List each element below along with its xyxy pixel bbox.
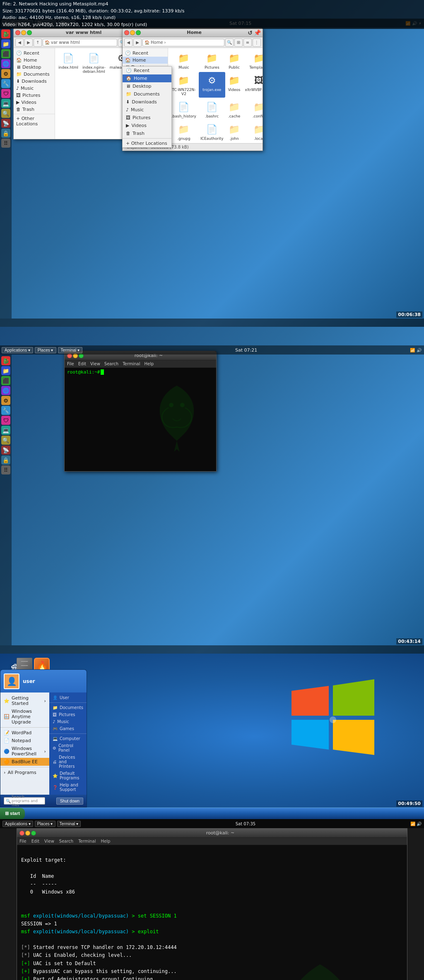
dock-icon-extra6[interactable]: 🔒	[1, 129, 10, 138]
dock-icon-browser[interactable]: 🌐	[1, 59, 10, 68]
sidebar-recent[interactable]: 🕐 Recent	[14, 50, 55, 57]
sm-right-devices[interactable]: 🖨 Devices and Printers	[49, 754, 87, 770]
file-item-index-html[interactable]: 📄 index.html	[57, 50, 80, 137]
back-btn2[interactable]: ◀	[124, 38, 132, 47]
sm-item-badblue[interactable]: 🟠 BadBlue EE	[0, 758, 49, 766]
terminal-menu-terminal[interactable]: Terminal	[123, 362, 140, 366]
file-bashrc[interactable]: 📄 .bashrc	[199, 98, 225, 120]
terminal-menu-help[interactable]: Help	[144, 362, 154, 366]
dock-icon-extra2[interactable]: 🛡	[1, 89, 10, 98]
options-btn[interactable]: ⋮	[253, 38, 261, 47]
msf-max-btn[interactable]	[31, 831, 36, 836]
sidebar-videos[interactable]: ▶ Videos	[14, 99, 55, 106]
sidebar-other-locations[interactable]: + Other Locations	[14, 115, 55, 127]
terminal-body[interactable]: root@kali:~#	[65, 368, 216, 471]
sm-right-control-panel[interactable]: ⚙️ Control Panel	[49, 742, 87, 754]
msf-menu-help[interactable]: Help	[101, 839, 110, 843]
sm-item-powershell[interactable]: 🔵 Windows PowerShell ›	[0, 745, 49, 758]
sidebar-music[interactable]: ♪ Music	[14, 85, 55, 92]
shutdown-button[interactable]: Shut down	[56, 798, 83, 805]
sidebar-trash[interactable]: 🗑 Trash	[14, 106, 55, 113]
file-templates[interactable]: 📁 Templates	[243, 50, 263, 71]
msf-terminal-body[interactable]: Exploit target: Id Name -- ----- 0 Windo…	[17, 845, 407, 980]
dock2-icon-kali[interactable]: 🐉	[1, 356, 10, 365]
file-music[interactable]: 📁 Music	[170, 50, 198, 71]
file-bash-history[interactable]: 📄 .bash_history	[170, 98, 198, 120]
applications-menu-btn4[interactable]: Applications ▾	[2, 821, 33, 827]
dock-icon-settings[interactable]: ⚙	[1, 69, 10, 78]
sm-right-pictures[interactable]: 🖼 Pictures	[49, 711, 87, 718]
dock2-icon-terminal[interactable]: ⬛	[1, 376, 10, 385]
dock2-icon-browser[interactable]: 🌐	[1, 386, 10, 395]
terminal-menu-edit[interactable]: Edit	[78, 362, 86, 366]
msf-menu-edit[interactable]: Edit	[31, 839, 39, 843]
dock2-icon-extra4[interactable]: 🔍	[1, 436, 10, 445]
filewin2-close-btn[interactable]	[124, 30, 129, 35]
file-pictures[interactable]: 📁 Pictures	[199, 50, 225, 71]
terminal-menu-btn4[interactable]: Terminal ▾	[57, 821, 81, 827]
dd-pictures[interactable]: 🖼 Pictures	[123, 114, 171, 122]
filewin2-min-btn[interactable]	[130, 30, 135, 35]
msf-menu-view[interactable]: View	[44, 839, 54, 843]
msf-close-btn[interactable]	[19, 831, 24, 836]
sidebar-downloads[interactable]: ⬇ Downloads	[14, 78, 55, 85]
dock2-icon-grid[interactable]: ⠿	[1, 465, 10, 474]
dock-icon-kali[interactable]: 🐉	[1, 29, 10, 38]
dock-icon-extra4[interactable]: 🔍	[1, 109, 10, 118]
forward-btn[interactable]: ▶	[24, 38, 33, 47]
file-john[interactable]: 📁 .john	[226, 121, 243, 142]
filewin1-close-btn[interactable]	[15, 30, 20, 35]
dd-music[interactable]: ♪ Music	[123, 106, 171, 114]
dock-icon-extra1[interactable]: 🔧	[1, 79, 10, 88]
refresh-icon[interactable]: ↺	[248, 29, 253, 36]
sidebar-documents[interactable]: 📁 Documents	[14, 71, 55, 78]
dock-icon-terminal[interactable]: ⬛	[1, 49, 10, 58]
dd-trash[interactable]: 🗑 Trash	[123, 129, 171, 137]
forward-btn2[interactable]: ▶	[133, 38, 142, 47]
dock-icon-files[interactable]: 📁	[1, 39, 10, 48]
sidebar2-home[interactable]: 🏠 Home	[123, 57, 168, 64]
msf-menu-file[interactable]: File	[19, 839, 26, 843]
dock-icon-extra5[interactable]: 📡	[1, 119, 10, 128]
dd-desktop[interactable]: 🖥 Desktop	[123, 82, 171, 90]
terminal-menu-search[interactable]: Search	[104, 362, 118, 366]
dock-icon-grid[interactable]: ⠿	[1, 139, 10, 148]
dock-icon-extra3[interactable]: 💻	[1, 99, 10, 108]
sm-right-games[interactable]: 🎮 Games	[49, 725, 87, 732]
dock2-icon-settings[interactable]: ⚙	[1, 396, 10, 405]
dd-home[interactable]: 🏠 Home	[123, 74, 171, 82]
sm-right-computer[interactable]: 💻 Computer	[49, 735, 87, 742]
sidebar-pictures[interactable]: 🖼 Pictures	[14, 92, 55, 99]
list-view-btn[interactable]: ≡	[243, 38, 252, 47]
filewin2-max-btn[interactable]	[136, 30, 141, 35]
dock2-icon-extra3[interactable]: 💻	[1, 426, 10, 435]
msf-menu-terminal[interactable]: Terminal	[78, 839, 96, 843]
dd-recent[interactable]: 🕐 Recent	[123, 67, 171, 74]
sm-item-windows-upgrade[interactable]: 🪟 Windows Anytime Upgrade	[0, 707, 49, 726]
location-bar[interactable]: 🏠 var www html	[43, 39, 117, 46]
terminal-menu-view[interactable]: View	[90, 362, 100, 366]
dock2-icon-extra5[interactable]: 📡	[1, 446, 10, 455]
file-tc-wn722n[interactable]: 📁 TC-WN722N-V2	[170, 72, 198, 98]
sm-item-notepad[interactable]: 📄 Notepad	[0, 737, 49, 745]
dock2-icon-extra1[interactable]: 🔧	[1, 406, 10, 415]
sm-all-programs[interactable]: › All Programs	[0, 769, 49, 776]
terminal-menu-btn2[interactable]: Terminal ▾	[58, 347, 83, 353]
location-bar2[interactable]: 🏠 Home ›	[142, 39, 224, 46]
file-videos[interactable]: 📁 Videos	[226, 72, 243, 98]
pin-icon[interactable]: 📌	[254, 29, 261, 36]
sm-right-music[interactable]: ♪ Music	[49, 718, 87, 725]
dock2-icon-extra6[interactable]: 🔒	[1, 455, 10, 465]
grid-view-btn[interactable]: ⊞	[234, 38, 243, 47]
search-btn2[interactable]: 🔍	[225, 38, 234, 47]
file-iceauth[interactable]: 📄 ICEauthority	[199, 121, 225, 142]
msf-min-btn[interactable]	[25, 831, 30, 836]
start-button[interactable]: ⊞ start	[0, 808, 25, 819]
sm-right-documents[interactable]: 📁 Documents	[49, 704, 87, 711]
sidebar2-recent[interactable]: 🕐 Recent	[123, 50, 168, 57]
sm-item-getting-started[interactable]: ⭐ Getting Started ›	[0, 694, 49, 707]
dd-videos[interactable]: ▶ Videos	[123, 122, 171, 129]
file-public[interactable]: 📁 Public	[226, 50, 243, 71]
filewin1-min-btn[interactable]	[21, 30, 26, 35]
sidebar-desktop[interactable]: 🖥 Desktop	[14, 64, 55, 71]
